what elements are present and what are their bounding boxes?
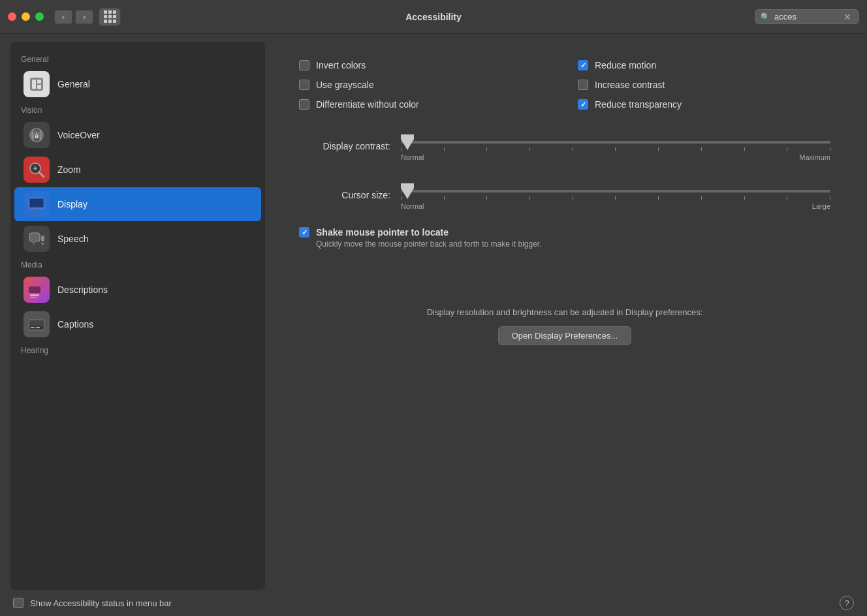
right-panel: Invert colors Reduce motion Use grayscal… bbox=[273, 42, 857, 590]
zoom-icon bbox=[24, 157, 50, 183]
search-input[interactable] bbox=[774, 12, 840, 22]
reduce-transparency-label: Reduce transparency bbox=[595, 99, 682, 110]
open-display-preferences-button[interactable]: Open Display Preferences... bbox=[498, 326, 632, 345]
cursor-size-track-bar bbox=[401, 190, 830, 192]
increase-contrast-row: Increase contrast bbox=[578, 80, 830, 90]
minimize-button[interactable] bbox=[22, 12, 30, 21]
shake-text: Shake mouse pointer to locate Quickly mo… bbox=[316, 227, 542, 249]
reduce-motion-checkbox[interactable] bbox=[578, 60, 588, 70]
forward-icon: › bbox=[83, 12, 86, 22]
back-icon: ‹ bbox=[62, 12, 65, 22]
increase-contrast-checkbox[interactable] bbox=[578, 80, 588, 90]
cursor-size-row: Cursor size: Normal Large bbox=[299, 178, 830, 211]
svg-marker-16 bbox=[32, 241, 36, 245]
display-icon bbox=[24, 191, 50, 217]
sidebar-item-speech[interactable]: Speech bbox=[14, 222, 261, 256]
display-contrast-track[interactable]: Normal Maximum bbox=[401, 129, 830, 162]
shake-title: Shake mouse pointer to locate bbox=[316, 227, 542, 238]
use-grayscale-row: Use grayscale bbox=[299, 80, 552, 90]
show-accessibility-status-checkbox[interactable] bbox=[13, 598, 24, 608]
sidebar-item-zoom-label: Zoom bbox=[57, 164, 81, 175]
sidebar-item-speech-label: Speech bbox=[57, 234, 88, 244]
svg-rect-25 bbox=[31, 327, 35, 328]
cursor-size-max-label: Large bbox=[812, 202, 830, 210]
sidebar-item-captions[interactable]: Captions bbox=[14, 307, 261, 341]
cursor-size-slider-labels: Normal Large bbox=[401, 201, 830, 211]
sidebar-item-voiceover[interactable]: a VoiceOver bbox=[14, 118, 261, 152]
invert-colors-row: Invert colors bbox=[299, 60, 552, 70]
show-status-row: Show Accessibility status in menu bar bbox=[13, 598, 172, 608]
search-box[interactable]: 🔍 ✕ bbox=[755, 9, 859, 24]
differentiate-without-color-row: Differentiate without color bbox=[299, 99, 552, 110]
search-icon: 🔍 bbox=[761, 12, 770, 22]
speech-icon bbox=[24, 226, 50, 252]
voiceover-icon: a bbox=[24, 122, 50, 148]
main-content: General General Vision a bbox=[0, 34, 867, 590]
display-contrast-section: Display contrast: Normal Maximum bbox=[299, 129, 830, 162]
cursor-size-label: Cursor size: bbox=[299, 190, 390, 200]
descriptions-icon bbox=[24, 277, 50, 303]
svg-rect-15 bbox=[29, 233, 40, 241]
invert-colors-label: Invert colors bbox=[316, 60, 366, 70]
increase-contrast-label: Increase contrast bbox=[595, 80, 665, 90]
sidebar-section-hearing: Hearing bbox=[10, 342, 265, 358]
cursor-size-section: Cursor size: Normal Large bbox=[299, 178, 830, 211]
svg-rect-20 bbox=[29, 286, 40, 293]
display-contrast-slider-labels: Normal Maximum bbox=[401, 152, 830, 162]
forward-button[interactable]: › bbox=[75, 10, 93, 24]
nav-buttons: ‹ › bbox=[54, 10, 93, 24]
checkboxes-grid: Invert colors Reduce motion Use grayscal… bbox=[299, 60, 830, 110]
close-button[interactable] bbox=[8, 12, 16, 21]
sidebar-item-voiceover-label: VoiceOver bbox=[57, 130, 100, 140]
display-contrast-ticks bbox=[401, 146, 830, 152]
svg-rect-22 bbox=[30, 297, 37, 298]
sidebar-item-display-label: Display bbox=[57, 199, 87, 209]
sidebar: General General Vision a bbox=[10, 42, 265, 590]
sidebar-item-descriptions[interactable]: Descriptions bbox=[14, 273, 261, 307]
sidebar-item-general[interactable]: General bbox=[14, 67, 261, 101]
help-icon: ? bbox=[844, 598, 849, 608]
svg-rect-17 bbox=[41, 236, 44, 241]
svg-rect-14 bbox=[33, 209, 40, 211]
use-grayscale-label: Use grayscale bbox=[316, 80, 374, 90]
differentiate-without-color-checkbox[interactable] bbox=[299, 99, 309, 110]
sidebar-item-descriptions-label: Descriptions bbox=[57, 285, 108, 295]
display-contrast-min-label: Normal bbox=[401, 153, 424, 161]
sidebar-item-general-label: General bbox=[57, 79, 90, 89]
svg-rect-26 bbox=[36, 327, 40, 328]
invert-colors-checkbox[interactable] bbox=[299, 60, 309, 70]
search-clear-icon[interactable]: ✕ bbox=[843, 12, 851, 22]
svg-text:a: a bbox=[35, 132, 38, 139]
help-button[interactable]: ? bbox=[840, 596, 854, 610]
differentiate-without-color-label: Differentiate without color bbox=[316, 99, 419, 110]
svg-rect-12 bbox=[30, 199, 43, 207]
maximize-button[interactable] bbox=[35, 12, 44, 21]
app-grid-button[interactable] bbox=[99, 8, 121, 26]
svg-line-8 bbox=[39, 172, 44, 177]
window-title: Accessibility bbox=[405, 12, 462, 22]
cursor-size-ticks bbox=[401, 195, 830, 201]
bottom-note-text: Display resolution and brightness can be… bbox=[299, 307, 830, 317]
sidebar-section-general: General bbox=[10, 51, 265, 67]
sidebar-section-vision: Vision bbox=[10, 102, 265, 117]
display-contrast-row: Display contrast: Normal Maximum bbox=[299, 129, 830, 162]
reduce-transparency-checkbox[interactable] bbox=[578, 99, 588, 110]
display-contrast-track-bar bbox=[401, 141, 830, 144]
shake-checkbox[interactable] bbox=[299, 227, 309, 238]
shake-section: Shake mouse pointer to locate Quickly mo… bbox=[299, 227, 830, 249]
sidebar-section-media: Media bbox=[10, 256, 265, 272]
sidebar-item-display[interactable]: Display bbox=[14, 187, 261, 221]
svg-rect-1 bbox=[32, 80, 36, 89]
sidebar-item-captions-label: Captions bbox=[57, 319, 93, 330]
shake-description: Quickly move the mouse pointer back and … bbox=[316, 239, 542, 249]
svg-rect-2 bbox=[37, 80, 41, 84]
reduce-motion-label: Reduce motion bbox=[595, 60, 656, 70]
show-accessibility-status-label: Show Accessibility status in menu bar bbox=[30, 598, 172, 608]
titlebar: ‹ › Accessibility 🔍 ✕ bbox=[0, 0, 867, 34]
back-button[interactable]: ‹ bbox=[54, 10, 72, 24]
cursor-size-track[interactable]: Normal Large bbox=[401, 178, 830, 211]
sidebar-item-zoom[interactable]: Zoom bbox=[14, 153, 261, 187]
use-grayscale-checkbox[interactable] bbox=[299, 80, 309, 90]
svg-rect-21 bbox=[30, 294, 39, 296]
display-contrast-max-label: Maximum bbox=[799, 153, 830, 161]
